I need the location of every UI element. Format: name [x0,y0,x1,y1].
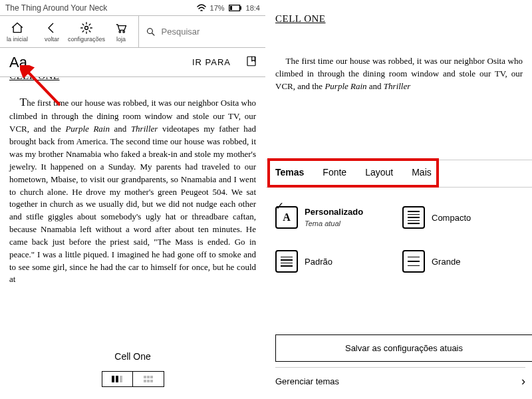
tab-themes[interactable]: Temas [275,167,304,182]
display-settings-button[interactable]: Aa [0,54,37,71]
body-text-italic: Purple Rain [325,81,366,91]
book-title: The Thing Around Your Neck [5,3,197,13]
theme-large-icon [402,250,425,273]
themes-grid: ✓ A Personalizado Tema atual Compacto Pa… [266,200,532,279]
page-view-icon [110,375,124,383]
theme-label: Compacto [432,213,471,223]
svg-rect-10 [120,376,122,382]
check-icon: ✓ [275,200,284,212]
goto-button[interactable]: IR PARA [186,57,237,67]
svg-rect-2 [230,6,232,10]
search-input[interactable] [162,27,259,37]
clock: 18:4 [246,4,260,12]
save-settings-button[interactable]: Salvar as configurações atuais [275,334,532,362]
settings-tabbar: Temas Fonte Layout Mais [266,160,532,188]
cart-icon [114,21,128,35]
body-text-italic: Thriller [384,81,410,91]
body-text-segment: and [367,81,384,91]
theme-label: Personalizado [305,207,363,217]
battery-icon [229,5,242,11]
view-mode-page[interactable] [102,372,133,386]
tab-more[interactable]: Mais [412,167,432,182]
chapter-heading: CELL ONE [266,0,532,25]
svg-point-6 [148,28,153,33]
body-text-italic: Thriller [131,124,158,134]
bookmark-button[interactable] [237,55,265,70]
theme-sublabel: Tema atual [305,219,340,227]
theme-label: Grande [432,257,460,267]
tab-active-indicator [275,186,305,188]
home-icon [11,21,24,35]
svg-point-4 [119,31,121,33]
search-field[interactable] [138,16,265,47]
view-mode-toggle[interactable] [102,371,164,387]
status-bar: The Thing Around Your Neck 17% 18:4 [0,0,265,16]
store-button[interactable]: loja [104,16,138,47]
reading-bar: Aa IR PARA [0,48,265,77]
search-icon [146,26,156,38]
grid-view-icon [143,375,154,383]
back-button[interactable]: voltar [35,16,69,47]
theme-option-custom[interactable]: ✓ A Personalizado Tema atual [275,206,396,229]
body-text-italic: Purple Rain [65,124,110,134]
bookmark-icon [245,55,257,68]
home-button[interactable]: la inicial [0,16,35,47]
body-text-segment: and [110,124,131,134]
manage-themes-button[interactable]: Gerenciar temas › [275,367,525,392]
home-label: la inicial [7,36,28,43]
theme-label: Padrão [305,257,332,267]
theme-option-default[interactable]: Padrão [275,250,396,273]
page-text: The first time our house was robbed, it … [266,25,532,93]
svg-rect-15 [147,380,150,382]
gear-icon [80,21,93,35]
theme-option-compact[interactable]: Compacto [402,206,523,229]
theme-option-large[interactable]: Grande [402,250,523,273]
battery-percent: 17% [210,4,225,12]
svg-rect-12 [147,376,150,378]
svg-point-3 [85,26,88,29]
svg-rect-16 [150,380,153,382]
svg-rect-14 [144,380,146,382]
chevron-right-icon: › [521,374,525,388]
main-toolbar: la inicial voltar configurações loja [0,16,265,48]
tab-font[interactable]: Fonte [323,167,346,182]
view-mode-grid[interactable] [133,372,164,386]
footer-chapter-name: Cell One [0,351,265,362]
svg-point-5 [123,31,125,33]
theme-default-icon [275,250,298,273]
svg-rect-13 [150,376,153,378]
page-text: The first time our house was robbed, it … [0,82,265,286]
chapter-heading: CELL ONE [0,77,265,82]
tab-layout[interactable]: Layout [365,167,393,182]
theme-compact-icon [402,206,425,229]
body-text-segment: videotapes my father had brought back fr… [9,124,256,284]
svg-rect-8 [112,376,114,382]
settings-button[interactable]: configurações [69,16,104,47]
wifi-icon [197,4,206,12]
store-label: loja [116,36,126,43]
manage-themes-label: Gerenciar temas [275,376,339,386]
svg-rect-11 [144,376,146,378]
svg-rect-9 [116,376,118,382]
svg-rect-1 [240,6,241,9]
back-label: voltar [45,36,59,43]
back-arrow-icon [45,21,59,35]
theme-custom-icon: ✓ A [275,206,298,229]
settings-label: configurações [68,36,105,43]
